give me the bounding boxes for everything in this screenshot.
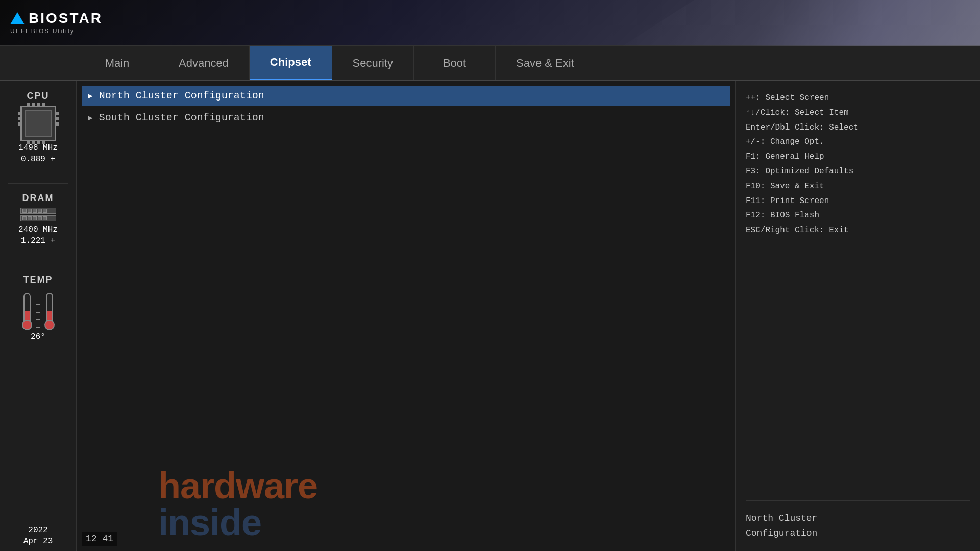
brand-name: BIOSTAR: [29, 10, 103, 27]
therm-bulb: [22, 320, 32, 330]
cpu-pin: [32, 140, 35, 144]
therm-line: [36, 327, 40, 328]
dram-chip: [38, 209, 42, 213]
help-description: North Cluster Configuration: [746, 500, 970, 541]
menu-item-label: North Cluster Configuration: [99, 90, 264, 102]
sidebar-dram-section: DRAM 2400 MHz 1.221 +: [0, 193, 76, 245]
main-content: CPU: [0, 81, 980, 551]
sidebar-divider-2: [8, 265, 68, 265]
nav-tab-boot[interactable]: Boot: [414, 46, 496, 80]
nav-tabs-inner: MainAdvancedChipsetSecurityBootSave & Ex…: [77, 46, 980, 80]
nav-tab-advanced[interactable]: Advanced: [158, 46, 250, 80]
nav-tab-main[interactable]: Main: [77, 46, 158, 80]
sidebar-divider: [8, 183, 68, 184]
logo-subtitle: UEFI BIOS Utility: [10, 28, 75, 35]
therm-line: [36, 312, 40, 313]
logo-text: BIOSTAR: [10, 10, 103, 27]
cpu-label: CPU: [27, 91, 49, 102]
menu-item-label: South Cluster Configuration: [99, 112, 264, 123]
cpu-pin: [42, 103, 45, 107]
cpu-icon: [20, 106, 56, 141]
cpu-pin: [37, 103, 40, 107]
shortcut-item: F10: Save & Exit: [746, 179, 970, 194]
cpu-pin: [18, 112, 22, 115]
header: BIOSTAR UEFI BIOS Utility: [0, 0, 980, 46]
therm-fill: [24, 311, 30, 320]
watermark: hardware inside: [158, 467, 317, 541]
header-decoration: [623, 0, 980, 46]
logo-triangle-icon: [10, 12, 24, 24]
dram-chip: [43, 216, 47, 220]
cpu-pin: [32, 103, 35, 107]
therm-line: [36, 304, 40, 305]
dram-voltage: 1.221 +: [21, 236, 55, 245]
sidebar-temp-section: TEMP: [0, 274, 76, 341]
cpu-pin: [55, 117, 59, 120]
shortcut-item: F11: Print Screen: [746, 194, 970, 209]
dram-chip: [43, 209, 47, 213]
shortcut-item: ↑↓/Click: Select Item: [746, 106, 970, 120]
dram-icon: [20, 208, 56, 223]
cpu-pin: [55, 122, 59, 126]
date-value: Apr 23: [23, 537, 53, 546]
time-value: 12 41: [86, 534, 113, 544]
cpu-pin: [18, 117, 22, 120]
watermark-line1: hardware: [158, 467, 317, 504]
help-shortcuts: ++: Select Screen↑↓/Click: Select ItemEn…: [746, 91, 970, 480]
therm-line: [36, 319, 40, 320]
temp-icon: [23, 289, 54, 330]
sidebar-cpu-section: CPU: [0, 91, 76, 164]
cpu-pin: [55, 112, 59, 115]
therm-lines: [36, 302, 40, 330]
cpu-pin: [37, 140, 40, 144]
watermark-line2: inside: [158, 504, 317, 541]
nav-tab-chipset[interactable]: Chipset: [250, 46, 332, 80]
thermometer-1: [22, 293, 32, 330]
cpu-pin: [27, 103, 30, 107]
menu-item-1[interactable]: ▶South Cluster Configuration: [82, 108, 730, 128]
cpu-pin: [42, 140, 45, 144]
shortcut-item: F3: Optimized Defaults: [746, 164, 970, 179]
dram-chip: [22, 209, 27, 213]
cpu-pins-left: [18, 112, 22, 126]
therm-fill-2: [47, 311, 52, 320]
menu-list: ▶North Cluster Configuration▶South Clust…: [82, 86, 730, 128]
cpu-pin: [27, 140, 30, 144]
dram-chip: [22, 216, 27, 220]
temp-value: 26°: [31, 332, 45, 341]
shortcut-item: ESC/Right Click: Exit: [746, 223, 970, 238]
year-value: 2022: [23, 525, 53, 535]
shortcut-item: +/-: Change Opt.: [746, 135, 970, 149]
menu-arrow-icon: ▶: [88, 113, 93, 123]
shortcut-item: F1: General Help: [746, 149, 970, 164]
cpu-voltage: 0.889 +: [21, 155, 55, 164]
time-display: 12 41: [82, 532, 117, 546]
dram-stick: [20, 208, 56, 214]
therm-tube: [23, 293, 31, 321]
dram-chip: [33, 209, 37, 213]
cpu-pin: [18, 122, 22, 126]
cpu-pins-top: [27, 103, 45, 107]
nav-tab-security[interactable]: Security: [332, 46, 414, 80]
therm-tube-2: [46, 293, 53, 321]
thermometer-2: [44, 293, 55, 330]
nav-tab-save-exit[interactable]: Save & Exit: [496, 46, 595, 80]
content-area: ▶North Cluster Configuration▶South Clust…: [77, 81, 735, 551]
nav-tabs: MainAdvancedChipsetSecurityBootSave & Ex…: [0, 46, 980, 81]
shortcut-item: ++: Select Screen: [746, 91, 970, 106]
dram-chip: [28, 209, 32, 213]
dram-label: DRAM: [22, 193, 54, 204]
cpu-pins-right: [55, 112, 59, 126]
cpu-freq: 1498 MHz: [18, 143, 58, 153]
cpu-pins-bottom: [27, 140, 45, 144]
menu-arrow-icon: ▶: [88, 91, 93, 101]
menu-item-0[interactable]: ▶North Cluster Configuration: [82, 86, 730, 106]
shortcut-item: Enter/Dbl Click: Select: [746, 120, 970, 135]
dram-stick: [20, 215, 56, 221]
therm-bulb-2: [44, 320, 55, 330]
shortcut-item: F12: BIOS Flash: [746, 208, 970, 223]
dram-freq: 2400 MHz: [18, 225, 58, 234]
help-panel: ++: Select Screen↑↓/Click: Select ItemEn…: [735, 81, 980, 551]
dram-chip: [38, 216, 42, 220]
logo-area: BIOSTAR UEFI BIOS Utility: [0, 10, 103, 35]
